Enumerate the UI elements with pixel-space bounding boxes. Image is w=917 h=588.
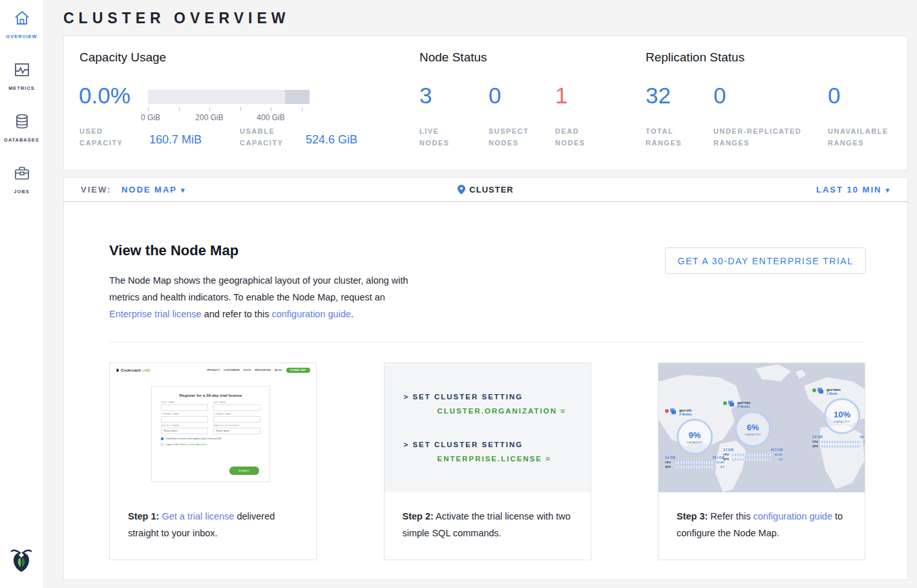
mock-checkbox-checked [161,437,163,440]
mock-site-nav: PRODUCT CUSTOMERS DOCS RESOURCES BLOG DO… [207,368,310,373]
locality-ams: geo=ams 1 Node 10% CAPACITY 3.6 GiB56.4 … [812,388,865,448]
locality-sfo: geo=sfo 2 Nodes 9% CAPACITY 3.2 GiB35.1 … [665,408,724,468]
database-icon [13,112,31,131]
capacity-usage-title: Capacity Usage [79,50,166,65]
cockroach-bug-icon [116,368,120,373]
sidebar-item-label: JOBS [0,189,43,194]
sql-command-2: > SET CLUSTER SETTING [404,439,591,450]
capacity-bar [148,90,310,104]
suspect-nodes-value: 0 [489,83,501,109]
home-icon [13,9,31,27]
suspect-nodes-label: SUSPECTNODES [489,125,529,149]
enterprise-trial-license-link[interactable]: Enterprise trial license [109,309,202,319]
dead-nodes-value: 1 [555,83,567,109]
sidebar-item-metrics[interactable]: METRICS [0,61,43,91]
sidebar-item-overview[interactable]: OVERVIEW [0,9,43,39]
mock-trial-form: Register for a 30-day trial license FIRS… [151,386,270,482]
location-pin-icon [458,185,465,194]
mock-site-brand: CockroachLABS [116,368,151,373]
usable-capacity-label: USABLECAPACITY [240,125,283,149]
sql-command-1-arg: CLUSTER.ORGANIZATION = [437,406,591,416]
capacity-donut: 10% CAPACITY [824,398,860,434]
step3-caption: Step 3: Refer this configuration guide t… [659,492,865,541]
step1-card: CockroachLABS PRODUCT CUSTOMERS DOCS RES… [109,362,317,560]
cockroach-bug-icon [9,547,34,574]
section-title: View the Node Map [109,242,238,259]
under-replicated-ranges-value: 0 [713,83,726,109]
unavailable-ranges-value: 0 [828,83,840,109]
live-nodes-label: LIVENODES [419,125,450,149]
status-dot-red [665,409,669,413]
node-map-placeholder-panel: View the Node Map The Node Map shows the… [63,202,908,580]
unavailable-ranges-label: UNAVAILABLERANGES [828,125,889,149]
nodes-icon [670,408,677,414]
steps-cards: CockroachLABS PRODUCT CUSTOMERS DOCS RES… [109,362,865,560]
axis-tick [148,107,149,111]
status-dot-green [723,401,727,405]
mock-site-header: CockroachLABS PRODUCT CUSTOMERS DOCS RES… [110,363,316,377]
step2-card: > SET CLUSTER SETTING CLUSTER.ORGANIZATI… [384,362,591,560]
mock-submit-button: SUBMIT [229,467,259,475]
axis-tick [240,107,241,111]
mock-checkbox-unchecked [161,443,163,446]
nodes-icon [728,401,735,406]
step3-node-map-preview: geo=sfo 2 Nodes 9% CAPACITY 3.2 GiB35.1 … [659,363,865,492]
breadcrumb: CLUSTER [64,185,907,194]
step3-card: geo=sfo 2 Nodes 9% CAPACITY 3.2 GiB35.1 … [658,362,865,560]
axis-label-0: 0 GiB [141,113,160,122]
view-bar: VIEW: NODE MAP▾ CLUSTER LAST 10 MIN▾ [63,177,908,202]
capacity-bar-other-segment [285,90,310,104]
mock-form-title: Register for a 30-day trial license [161,393,260,397]
sidebar-item-databases[interactable]: DATABASES [0,112,43,143]
capacity-used-percent: 0.0% [79,83,131,109]
sidebar-item-jobs[interactable]: JOBS [0,164,43,194]
capacity-donut: 6% CAPACITY [735,411,771,447]
total-ranges-value: 32 [646,83,671,109]
sidebar-item-label: METRICS [0,85,43,91]
sql-command-1: > SET CLUSTER SETTING [404,392,591,402]
used-capacity-value: 160.7 MiB [149,133,202,147]
configuration-guide-link-2[interactable]: configuration guide [753,511,832,521]
axis-label-400: 400 GiB [257,113,284,122]
dead-nodes-label: DEADNODES [555,125,585,149]
axis-tick [271,107,271,111]
replication-status-title: Replication Status [646,50,744,65]
nodes-icon [817,388,824,394]
step1-screenshot: CockroachLABS PRODUCT CUSTOMERS DOCS RES… [110,363,316,492]
main-area: CLUSTER OVERVIEW Capacity Usage 0.0% 0 G… [44,0,917,588]
step1-caption: Step 1: Get a trial license delivered st… [110,492,316,541]
sidebar: OVERVIEW METRICS DATABASES JOBS [0,0,44,588]
axis-label-200: 200 GiB [195,113,223,122]
usable-capacity-value: 524.6 GiB [306,133,357,147]
sidebar-item-label: DATABASES [0,137,43,143]
divider [109,342,865,342]
enterprise-trial-button[interactable]: GET A 30-DAY ENTERPRISE TRIAL [665,247,866,274]
axis-tick [209,107,210,111]
locality-nyc: geo=nyc 2 Nodes 6% CAPACITY 3.7 GiB43.7 … [723,401,783,461]
status-dot-green [812,388,816,392]
configuration-guide-link[interactable]: configuration guide [271,309,351,319]
axis-tick [179,107,180,111]
live-nodes-value: 3 [419,83,432,109]
briefcase-icon [13,164,31,182]
mock-download-button: DOWNLOAD [286,368,310,373]
page-title: CLUSTER OVERVIEW [63,10,290,27]
cluster-summary-panel: Capacity Usage 0.0% 0 GiB 200 GiB 400 Gi… [63,36,908,171]
capacity-donut: 9% CAPACITY [677,419,713,455]
cockroachdb-logo [9,547,34,576]
node-status-title: Node Status [419,50,487,65]
section-description: The Node Map shows the geographical layo… [109,272,421,322]
sidebar-item-label: OVERVIEW [0,34,43,39]
used-capacity-label: USEDCAPACITY [79,125,123,149]
metrics-icon [13,61,31,79]
total-ranges-label: TOTALRANGES [646,125,682,149]
step2-caption: Step 2: Activate the trial license with … [385,492,591,541]
sql-command-2-arg: ENTERPRISE.LICENSE = [437,454,591,464]
get-trial-license-link[interactable]: Get a trial license [162,511,234,521]
step2-code-block: > SET CLUSTER SETTING CLUSTER.ORGANIZATI… [385,363,591,492]
under-replicated-ranges-label: UNDER-REPLICATEDRANGES [713,125,801,149]
axis-tick [302,107,302,111]
